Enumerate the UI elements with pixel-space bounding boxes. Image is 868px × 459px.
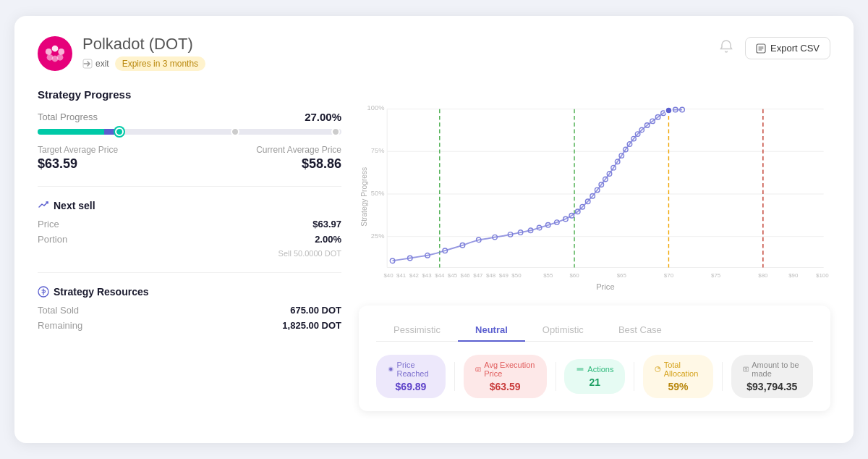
actions-label: Actions [576, 365, 613, 374]
svg-text:$80: $80 [758, 272, 768, 279]
portion-value: 2.00% [315, 234, 341, 245]
total-progress-label: Total Progress [38, 111, 98, 122]
header-badges: exit Expires in 3 months [82, 56, 205, 71]
price-label: Price [38, 219, 59, 230]
divider-v4 [722, 362, 723, 391]
total-sold-label: Total Sold [38, 305, 79, 316]
svg-text:$48: $48 [486, 272, 496, 279]
remaining-row: Remaining 1,825.00 DOT [38, 320, 341, 331]
svg-text:$41: $41 [396, 272, 407, 279]
portion-row: Portion 2.00% [38, 234, 341, 245]
resources-section: Strategy Resources Total Sold 675.00 DOT… [38, 286, 341, 331]
svg-point-2 [46, 49, 52, 55]
strategy-progress-title: Strategy Progress [38, 88, 341, 101]
metric-avg-exec-price: Avg Execution Price $63.59 [464, 355, 547, 398]
svg-point-45 [389, 368, 392, 371]
svg-text:$40: $40 [383, 272, 393, 279]
header: Polkadot (DOT) exit Expires in 3 months [38, 36, 830, 71]
price-row: Price $63.97 [38, 219, 341, 230]
tab-best-case[interactable]: Best Case [601, 319, 679, 341]
current-avg-block: Current Average Price $58.86 [256, 145, 341, 172]
svg-text:25%: 25% [371, 232, 385, 240]
target-avg-block: Target Average Price $63.59 [38, 145, 118, 172]
logo-circle [38, 36, 72, 71]
sell-note: Sell 50.0000 DOT [38, 249, 341, 258]
svg-text:50%: 50% [371, 190, 385, 197]
price-reached-value: $69.89 [396, 381, 427, 392]
svg-text:$50: $50 [511, 272, 522, 279]
svg-text:Strategy Progress: Strategy Progress [360, 167, 368, 227]
svg-text:$43: $43 [422, 272, 432, 279]
header-title-block: Polkadot (DOT) exit Expires in 3 months [82, 36, 205, 71]
scenario-metrics: Price Reached $69.89 Avg Execution Price [376, 355, 813, 398]
current-avg-value: $58.86 [256, 156, 341, 172]
svg-text:$55: $55 [543, 272, 553, 279]
total-progress-value: 27.00% [305, 111, 341, 123]
amount-made-value: $93,794.35 [746, 381, 797, 392]
svg-point-5 [57, 54, 64, 61]
metric-price-reached: Price Reached $69.89 [376, 355, 446, 398]
svg-point-0 [52, 46, 59, 52]
svg-text:$100: $100 [816, 272, 829, 279]
remaining-value: 1,825.00 DOT [282, 320, 341, 331]
chart-peak-dot [665, 107, 672, 114]
main-card: Polkadot (DOT) exit Expires in 3 months [14, 16, 854, 443]
bell-icon [719, 39, 733, 54]
svg-text:Price: Price [596, 282, 614, 291]
progress-header-row: Total Progress 27.00% [38, 111, 341, 123]
svg-text:$45: $45 [448, 272, 458, 279]
scenario-card: Pessimistic Neutral Optimistic Best Case [359, 306, 830, 411]
tab-neutral[interactable]: Neutral [458, 319, 525, 341]
right-panel: Strategy Progress 100% 75% 50% 25% [359, 88, 830, 411]
svg-text:$46: $46 [461, 272, 471, 279]
svg-text:$60: $60 [569, 272, 579, 279]
svg-text:$47: $47 [473, 272, 482, 279]
export-icon [756, 43, 766, 54]
allocation-label: Total Allocation [655, 361, 702, 378]
next-sell-section: Next sell Price $63.97 Portion 2.00% Sel… [38, 200, 341, 258]
total-sold-value: 675.00 DOT [290, 305, 341, 316]
price-value: $63.97 [312, 219, 341, 230]
svg-text:75%: 75% [371, 147, 385, 154]
price-icon [388, 365, 394, 374]
allocation-icon [655, 365, 661, 374]
export-csv-button[interactable]: Export CSV [745, 37, 830, 59]
metric-amount-made: Amount to be made $93,794.35 [731, 355, 813, 398]
next-sell-title: Next sell [38, 200, 341, 211]
target-avg-value: $63.59 [38, 156, 118, 172]
svg-text:$65: $65 [617, 272, 627, 279]
actions-value: 21 [590, 376, 601, 388]
svg-point-3 [58, 49, 64, 55]
svg-text:$90: $90 [788, 272, 799, 279]
chart-container: Strategy Progress 100% 75% 50% 25% [359, 88, 830, 294]
svg-text:100%: 100% [367, 104, 385, 111]
progress-dot-green [115, 127, 124, 136]
trending-icon [38, 200, 49, 211]
allocation-value: 59% [668, 381, 689, 392]
tab-optimistic[interactable]: Optimistic [525, 319, 601, 341]
metric-total-allocation: Total Allocation 59% [643, 355, 713, 398]
avg-exec-label: Avg Execution Price [475, 361, 535, 378]
body-layout: Strategy Progress Total Progress 27.00% … [38, 88, 830, 411]
svg-point-4 [47, 54, 54, 61]
price-reached-label: Price Reached [388, 361, 434, 378]
progress-dot-gray [331, 127, 340, 136]
tab-pessimistic[interactable]: Pessimistic [376, 319, 458, 341]
progress-fill-teal [38, 129, 104, 135]
notification-button[interactable] [716, 36, 736, 60]
svg-text:$70: $70 [664, 272, 674, 279]
divider-1 [38, 186, 341, 187]
header-left: Polkadot (DOT) exit Expires in 3 months [38, 36, 205, 71]
header-right: Export CSV [716, 36, 830, 60]
ticker: (DOT) [149, 35, 193, 53]
resources-title: Strategy Resources [38, 286, 341, 298]
expires-badge: Expires in 3 months [115, 56, 205, 71]
target-avg-label: Target Average Price [38, 145, 118, 155]
actions-icon [576, 365, 584, 374]
avg-prices: Target Average Price $63.59 Current Aver… [38, 145, 341, 172]
dollar-icon [38, 286, 49, 298]
divider-v1 [454, 362, 455, 391]
amount-made-label: Amount to be made [743, 361, 801, 378]
portion-label: Portion [38, 234, 67, 245]
exit-button[interactable]: exit [82, 59, 109, 69]
